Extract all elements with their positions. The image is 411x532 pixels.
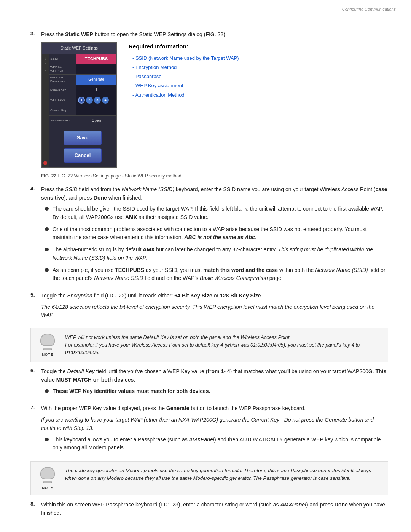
note-2: NOTE The code key generator on Modero pa…	[30, 461, 388, 495]
wep-ssid-row: SSID TECHPUBS	[49, 54, 116, 64]
step-5-intro: Toggle the Encryption field (FIG. 22) un…	[41, 292, 388, 300]
wep-ssid-label: SSID	[49, 54, 76, 64]
step-8-text: Within this on-screen WEP Passphrase key…	[41, 501, 388, 520]
note-bulb-base-1	[43, 348, 52, 350]
required-item-auth: Authentication Method	[129, 91, 388, 99]
bullet-dot-6-1	[45, 389, 49, 393]
note-bulb-1	[40, 334, 55, 346]
note-1-text: WEP will not work unless the same Defaul…	[65, 334, 382, 356]
required-item-passphrase: Passphrase	[129, 73, 388, 80]
bullet-dot-4-2	[45, 227, 49, 231]
bullet-7-1: This keyboard allows you to enter a Pass…	[45, 436, 388, 452]
required-item-wepkey: WEP Key assignment	[129, 82, 388, 89]
wep-key-1[interactable]: 1	[78, 97, 85, 104]
wep-defaultkey-row: Default Key 1	[49, 85, 116, 95]
step-6-bullets: These WEP Key identifier values must mat…	[45, 387, 388, 396]
step-8-row: 8. Within this on-screen WEP Passphrase …	[30, 501, 388, 520]
required-info-title: Required Information:	[129, 42, 388, 51]
bullet-7-1-text: This keyboard allows you to enter a Pass…	[53, 436, 388, 452]
note-2-text: The code key generator on Modero panels …	[65, 467, 382, 482]
bullet-4-3: The alpha-numeric string is by default A…	[45, 246, 388, 262]
wep-cancel-button[interactable]: Cancel	[64, 148, 102, 163]
main-content: 3. Press the Static WEP button to open t…	[0, 11, 411, 532]
wep-save-button[interactable]: Save	[64, 131, 102, 145]
bullet-dot-4-1	[45, 207, 49, 211]
bullet-dot-4-3	[45, 248, 49, 251]
step-5-row: 5. Toggle the Encryption field (FIG. 22)…	[30, 292, 388, 323]
step-7-row: 7. With the proper WEP Key value display…	[30, 404, 388, 455]
wep-dialog-title: Static WEP Settings	[42, 43, 116, 54]
required-info-list: SSID (Network Name used by the Target WA…	[129, 54, 388, 99]
step-4-bullets: The card should be given the SSID used b…	[45, 205, 388, 283]
wep-generate-row: Generate Passphrase Generate	[49, 75, 116, 85]
note-label-2: NOTE	[42, 486, 53, 490]
step-4-intro: Press the SSID field and from the Networ…	[41, 185, 388, 202]
step-8-intro: Within this on-screen WEP Passphrase key…	[41, 501, 388, 517]
fig22-text: FIG. 22 Wireless Settings page - Static …	[57, 173, 181, 179]
wep-defaultkey-value: 1	[76, 85, 116, 95]
bullet-6-1: These WEP Key identifier values must mat…	[45, 387, 388, 396]
step-3-text: Press the Static WEP button to open the …	[41, 30, 388, 168]
wep-generate-label: Generate Passphrase	[49, 75, 76, 85]
step-7-text: With the proper WEP Key value displayed,…	[41, 404, 388, 455]
bullet-4-4-text: As an example, if you use TECHPUBS as yo…	[53, 266, 388, 283]
bullet-dot-7-1	[45, 438, 49, 441]
wep-keys-label: WEP Keys	[49, 95, 76, 105]
wep-fields: SSID TECHPUBS WEP 64/WEP 128 Generate Pa…	[49, 54, 116, 167]
wep-keys-value: 1 2 3 4	[76, 95, 116, 105]
wep-auth-label: Authentication	[49, 116, 76, 126]
step-6-text: Toggle the Default Key field until the y…	[41, 367, 388, 399]
wep-key-3[interactable]: 3	[94, 97, 101, 104]
step-3-bold: Static WEP	[65, 31, 93, 37]
wep-currentkey-value	[76, 105, 116, 115]
step-7-intro: With the proper WEP Key value displayed,…	[41, 404, 388, 413]
step-4-row: 4. Press the SSID field and from the Net…	[30, 185, 388, 286]
fig22-caption: FIG. 22 FIG. 22 Wireless Settings page -…	[41, 173, 388, 179]
step-8-number: 8.	[30, 501, 41, 507]
step-6-row: 6. Toggle the Default Key field until th…	[30, 367, 388, 399]
wep-currentkey-label: Current Key	[49, 105, 76, 115]
bullet-4-3-text: The alpha-numeric string is by default A…	[53, 246, 388, 262]
bullet-6-1-text: These WEP Key identifier values must mat…	[53, 387, 210, 396]
wep-generate-btn[interactable]: Generate	[76, 75, 116, 85]
note-bulb-2	[40, 467, 55, 479]
wep-encryption-label: WEP 64/WEP 128	[49, 64, 76, 74]
wep-sidebar-icon	[43, 161, 47, 165]
note-1: NOTE WEP will not work unless the same D…	[30, 328, 388, 362]
note-bulb-base-2	[43, 481, 52, 483]
wep-key-4[interactable]: 4	[102, 97, 109, 104]
note-2-icon: NOTE	[36, 467, 59, 490]
required-item-ssid: SSID (Network Name used by the Target WA…	[129, 54, 388, 62]
bullet-4-1-text: The card should be given the SSID used b…	[53, 205, 388, 221]
step-3-row: 3. Press the Static WEP button to open t…	[30, 30, 388, 168]
step-6-number: 6.	[30, 367, 41, 374]
header-text: Configuring Communications	[342, 7, 396, 11]
step-5-text: Toggle the Encryption field (FIG. 22) un…	[41, 292, 388, 323]
wep-keys-row: WEP Keys 1 2 3 4	[49, 95, 116, 105]
required-info-box: Required Information: SSID (Network Name…	[129, 42, 388, 101]
wep-sidebar: devicesave	[42, 54, 49, 167]
wep-encryption-value	[76, 64, 116, 74]
wep-auth-value: Open	[76, 116, 116, 126]
wep-key-2[interactable]: 2	[86, 97, 93, 104]
fig22-label: FIG. 22	[41, 173, 56, 179]
step-5-number: 5.	[30, 292, 41, 298]
step-6-intro: Toggle the Default Key field until the y…	[41, 367, 388, 384]
step-7-bullets: This keyboard allows you to enter a Pass…	[45, 436, 388, 452]
wep-dialog: Static WEP Settings devicesave SSID	[41, 42, 117, 168]
bullet-4-1: The card should be given the SSID used b…	[45, 205, 388, 221]
wep-auth-row: Authentication Open	[49, 116, 116, 126]
bullet-4-2: One of the most common problems associat…	[45, 225, 388, 242]
page-header: Configuring Communications	[342, 7, 396, 11]
note-1-icon: NOTE	[36, 334, 59, 356]
wep-currentkey-row: Current Key	[49, 105, 116, 116]
bullet-dot-4-4	[45, 268, 49, 272]
required-item-encryption: Encryption Method	[129, 64, 388, 71]
step-7-number: 7.	[30, 404, 41, 411]
wep-encryption-row: WEP 64/WEP 128	[49, 64, 116, 75]
note-label-1: NOTE	[42, 353, 53, 356]
step-4-number: 4.	[30, 185, 41, 192]
step-3-number: 3.	[30, 30, 41, 37]
step-5-italic: The 64/128 selection reflects the bit-le…	[41, 303, 388, 320]
step-7-italic: If you are wanting to have your target W…	[41, 416, 388, 432]
